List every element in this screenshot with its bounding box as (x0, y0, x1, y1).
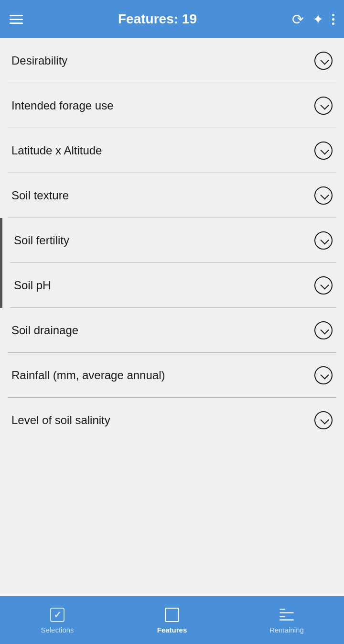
refresh-icon[interactable]: ⟳ (292, 11, 304, 28)
features-icon (164, 607, 180, 623)
chevron-down-icon-2 (314, 142, 333, 160)
item-label-8: Level of soil salinity (11, 414, 110, 427)
nav-item-selections[interactable]: Selections (0, 602, 115, 639)
item-label-1: Intended forage use (11, 99, 114, 112)
chevron-down-icon-8 (314, 411, 333, 429)
list-item-3[interactable]: Soil texture (0, 173, 344, 218)
list-item-4[interactable]: Soil fertility (0, 218, 344, 263)
item-label-0: Desirability (11, 54, 67, 67)
item-label-4: Soil fertility (14, 234, 69, 247)
list-item-7[interactable]: Rainfall (mm, average annual) (0, 353, 344, 398)
magic-wand-icon[interactable]: ✦ (312, 11, 323, 27)
chevron-down-icon-4 (314, 231, 333, 250)
nav-item-remaining[interactable]: Remaining (229, 602, 344, 639)
chevron-down-icon-6 (314, 321, 333, 339)
header-actions: ⟳ ✦ (292, 11, 334, 28)
list-item-8[interactable]: Level of soil salinity (0, 398, 344, 443)
item-label-6: Soil drainage (11, 324, 78, 337)
chevron-down-icon-5 (314, 276, 333, 295)
feature-list: DesirabilityIntended forage useLatitude … (0, 38, 344, 596)
chevron-down-icon-0 (314, 52, 333, 70)
selections-icon (49, 607, 65, 623)
app-header: Features: 19 ⟳ ✦ (0, 0, 344, 38)
bottom-navigation: Selections Features Remaining (0, 596, 344, 644)
nav-label-features: Features (157, 626, 187, 634)
item-label-3: Soil texture (11, 189, 69, 202)
list-item-2[interactable]: Latitude x Altitude (0, 128, 344, 173)
item-label-2: Latitude x Altitude (11, 144, 102, 157)
nav-label-selections: Selections (41, 626, 74, 634)
header-title: Features: 19 (32, 11, 282, 27)
menu-icon[interactable] (10, 15, 23, 24)
chevron-down-icon-1 (314, 97, 333, 115)
nav-item-features[interactable]: Features (115, 602, 229, 639)
chevron-down-icon-3 (314, 186, 333, 205)
item-label-7: Rainfall (mm, average annual) (11, 369, 165, 382)
list-item-1[interactable]: Intended forage use (0, 83, 344, 128)
list-item-0[interactable]: Desirability (0, 38, 344, 83)
list-item-5[interactable]: Soil pH (0, 263, 344, 308)
more-options-icon[interactable] (332, 14, 334, 25)
item-label-5: Soil pH (14, 279, 51, 292)
list-item-6[interactable]: Soil drainage (0, 308, 344, 353)
nav-label-remaining: Remaining (269, 626, 304, 634)
remaining-icon (279, 607, 295, 623)
chevron-down-icon-7 (314, 366, 333, 384)
